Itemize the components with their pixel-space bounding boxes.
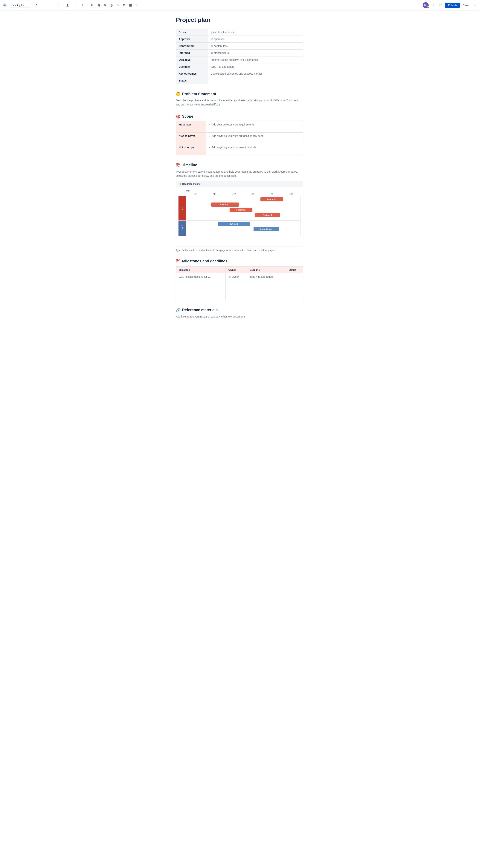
table-row: Contributors @ contributors	[176, 43, 303, 50]
roadmap-container[interactable]: 📋 Roadmap Planner 2021 Mar Apr May Jun J…	[176, 181, 303, 246]
month-mar: Mar	[186, 193, 205, 195]
table-row: Driver @mention the driver	[176, 29, 303, 36]
text-format-group: B I ···	[33, 2, 52, 8]
milestone-cell-3-name[interactable]	[176, 291, 226, 300]
bullet-list-button[interactable]: ⋮	[74, 2, 80, 8]
milestones-heading: 🚩 Milestones and deadlines	[176, 259, 303, 264]
svg-text:✕: ✕	[3, 4, 5, 7]
android-app-bar: Android app	[253, 227, 279, 231]
info-value-key-outcomes[interactable]: List expected outcomes and success metri…	[208, 70, 303, 77]
page-title[interactable]: Project plan	[176, 17, 303, 23]
more-text-button[interactable]: ···	[46, 2, 52, 8]
milestone-col-milestone: Milestone	[176, 267, 226, 273]
milestone-cell-2-name[interactable]	[176, 282, 226, 291]
insert-plus-button[interactable]: +	[134, 2, 140, 8]
lane-2-row: Lane 2 iOS app Android app	[178, 220, 301, 236]
milestone-cell-2-status[interactable]	[286, 282, 303, 291]
feature-1-bar: Feature 1	[211, 203, 239, 207]
avatar-badge	[427, 6, 429, 9]
plus-icon-button[interactable]: +	[430, 2, 436, 8]
info-value-contributors[interactable]: @ contributors	[208, 43, 303, 50]
italic-button[interactable]: I	[40, 2, 46, 8]
info-value-objective[interactable]: Summarize the objective in 1-2 sentence	[208, 57, 303, 63]
table-button[interactable]: ⊞	[121, 2, 127, 8]
chart-button[interactable]: ▦	[127, 2, 133, 8]
lane-2-label: Lane 2	[179, 221, 186, 236]
milestone-cell-3-status[interactable]	[286, 291, 303, 300]
milestones-section: 🚩 Milestones and deadlines Milestone Own…	[176, 259, 303, 300]
table-row: Must have: Add your project's core requi…	[176, 121, 303, 132]
align-button[interactable]: ☰	[55, 2, 61, 8]
milestone-cell-3-owner[interactable]	[226, 291, 247, 300]
info-label-objective: Objective	[176, 57, 208, 63]
info-value-driver[interactable]: @mention the driver	[208, 29, 303, 36]
table-row	[176, 291, 303, 300]
reference-section: 🔗 Reference materials Add links to relev…	[176, 308, 303, 319]
publish-button[interactable]: Publish	[445, 3, 460, 8]
scope-heading: 🎯 Scope	[176, 114, 303, 119]
info-value-status[interactable]	[208, 77, 303, 84]
milestone-cell-2-owner[interactable]	[226, 282, 247, 291]
info-value-due-date[interactable]: Type // to add a date	[208, 63, 303, 70]
timeline-hint: Type /trello to add a card or board to t…	[176, 249, 303, 251]
milestone-table: Milestone Owner Deadline Status e.g., Fi…	[176, 267, 303, 300]
milestone-cell-1-name[interactable]: e.g., Finalize designs for v1	[176, 273, 226, 282]
roadmap-year: 2021	[186, 190, 301, 192]
reference-text[interactable]: Add links to relevant research and any o…	[176, 314, 303, 319]
reference-emoji: 🔗	[176, 308, 181, 312]
timeline-text: Type /planner to create a visual roadmap…	[176, 169, 303, 178]
problem-heading: 🤔 Problem Statement	[176, 92, 303, 96]
template-button[interactable]: 📄	[438, 2, 444, 8]
info-label-status: Status	[176, 77, 208, 84]
mention-button[interactable]: @	[108, 2, 114, 8]
milestone-col-deadline: Deadline	[247, 267, 286, 273]
milestone-col-status: Status	[286, 267, 303, 273]
table-row: Due date Type // to add a date	[176, 63, 303, 70]
table-row: Key outcomes List expected outcomes and …	[176, 70, 303, 77]
image-button[interactable]: 🖼	[102, 2, 108, 8]
user-avatar[interactable]: CK	[423, 2, 429, 8]
info-value-informed[interactable]: @ stakeholders	[208, 50, 303, 57]
heading-style-selector[interactable]: Heading 2 ▾	[10, 3, 30, 7]
roadmap-title: Roadmap Planner	[182, 183, 201, 185]
divider-2	[54, 3, 54, 7]
insert-group: ☑ ⛓ 🖼 @ ☺ ⊞ ▦ +	[89, 2, 140, 8]
scope-emoji: 🎯	[176, 114, 181, 119]
scope-value-not[interactable]: Add anything you don't want to include ·	[206, 144, 303, 155]
info-value-approver[interactable]: @ approver	[208, 36, 303, 43]
table-row: Nice to have: Add anything you want but …	[176, 132, 303, 144]
logo-icon[interactable]: ✕	[2, 3, 7, 8]
text-color-button[interactable]: A	[65, 2, 70, 8]
close-button[interactable]: Close	[461, 3, 471, 8]
heading-style-label: Heading 2	[11, 4, 23, 6]
month-may: May	[224, 193, 243, 195]
emoji-button[interactable]: ☺	[115, 2, 121, 8]
scope-value-must[interactable]: Add your project's core requirements ·	[206, 121, 303, 132]
bold-button[interactable]: B	[33, 2, 39, 8]
milestone-cell-2-deadline[interactable]	[247, 282, 286, 291]
link-button[interactable]: ⛓	[96, 2, 101, 8]
ordered-list-button[interactable]: ⁙	[80, 2, 86, 8]
problem-text[interactable]: Describe the problem and its impact. Inc…	[176, 98, 303, 107]
roadmap-header: 📋 Roadmap Planner	[176, 181, 303, 187]
milestone-cell-1-status[interactable]	[286, 273, 303, 282]
content-area: Project plan Driver @mention the driver …	[169, 10, 310, 341]
info-table: Driver @mention the driver Approver @ ap…	[176, 29, 303, 84]
feature-3-bar: Feature 3	[261, 197, 283, 202]
info-label-due-date: Due date	[176, 63, 208, 70]
task-button[interactable]: ☑	[89, 2, 95, 8]
roadmap-body: 2021 Mar Apr May Jun Jul Aug Lane 1	[176, 187, 303, 246]
more-options-button[interactable]: ···	[473, 2, 477, 8]
milestone-cell-3-deadline[interactable]	[247, 291, 286, 300]
scope-label-not: Not in scope:	[176, 144, 206, 155]
roadmap-months: Mar Apr May Jun Jul Aug	[178, 193, 301, 195]
scope-value-nice[interactable]: Add anything you want but don't strictly…	[206, 132, 303, 144]
table-row: Status	[176, 77, 303, 84]
ios-app-bar: iOS app	[218, 222, 250, 226]
lane-2-content: iOS app Android app	[186, 221, 300, 236]
lane-1-content: Feature 3 Feature 1 Feature 2 Feature 4	[186, 196, 300, 220]
milestone-cell-1-owner[interactable]: @ owner	[226, 273, 247, 282]
problem-section: 🤔 Problem Statement Describe the problem…	[176, 92, 303, 107]
milestone-cell-1-deadline[interactable]: Type // to add a date	[247, 273, 286, 282]
timeline-section: 📅 Timeline Type /planner to create a vis…	[176, 163, 303, 251]
